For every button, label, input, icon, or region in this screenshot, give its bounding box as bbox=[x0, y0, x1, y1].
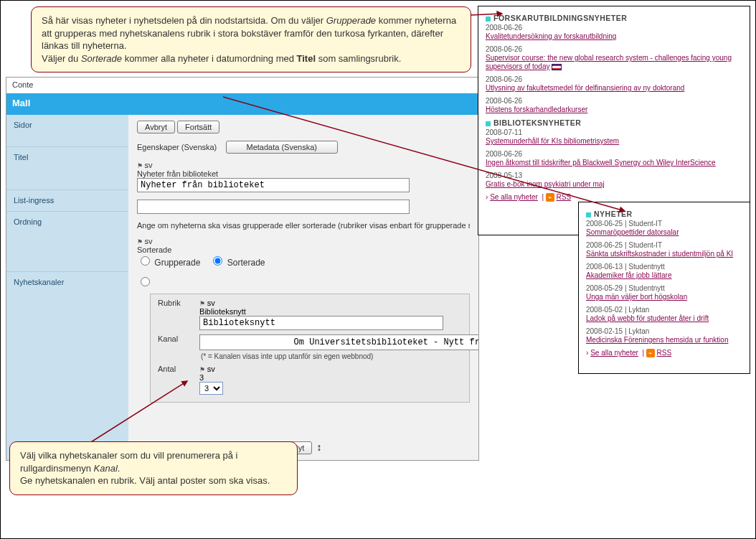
sidebar-item-nyhetskanaler[interactable]: Nyhetskanaler bbox=[6, 271, 128, 292]
cancel-button[interactable]: Avbryt bbox=[137, 121, 175, 133]
lang-flag-icon: ⚑ bbox=[137, 162, 143, 169]
lang-flag-icon: ⚑ bbox=[199, 366, 205, 373]
chevron-icon: › bbox=[586, 349, 588, 357]
antal-label: Antal bbox=[158, 365, 197, 373]
callout-top-text: Så här visas nyheter i nyhetsdelen på di… bbox=[42, 15, 326, 26]
news-sorted-panel: NYHETER 2008-06-25 | Student-ITSommaröpp… bbox=[578, 202, 750, 374]
resize-icon[interactable]: ↕ bbox=[317, 441, 322, 453]
svg-line-2 bbox=[80, 381, 187, 449]
continue-button[interactable]: Fortsätt bbox=[177, 121, 219, 133]
title-label: Nyheter från biblioteket bbox=[137, 169, 218, 178]
sidebar-item-titel[interactable]: Titel bbox=[6, 146, 128, 189]
kanal-select[interactable] bbox=[199, 334, 479, 350]
callout-bottom-em: Kanal bbox=[94, 463, 118, 474]
uk-flag-icon bbox=[552, 64, 562, 70]
news-link[interactable]: Unga män väljer bort högskolan bbox=[586, 293, 687, 301]
news-link[interactable]: Medicinska Föreningens hemsida ur funkti… bbox=[586, 336, 728, 344]
svg-line-0 bbox=[471, 14, 502, 15]
ordering-description: Ange om nyheterna ska visas grupperade e… bbox=[137, 221, 470, 230]
kanal-label: Kanal bbox=[158, 334, 197, 343]
rss-icon[interactable]: ⌁ bbox=[646, 349, 655, 357]
sidebar-item-listingress[interactable]: List-ingress bbox=[6, 189, 128, 211]
channel-box: Rubrik ⚑ sv Biblioteksnytt Kanal (* = Ka… bbox=[150, 294, 470, 403]
radio-sorterade[interactable]: Sorterade bbox=[209, 258, 265, 268]
kanal-footnote: (* = Kanalen visas inte upp utanför sin … bbox=[201, 352, 462, 360]
svg-line-1 bbox=[223, 97, 625, 211]
arrow-to-grouped bbox=[471, 8, 506, 22]
lang-flag-icon: ⚑ bbox=[199, 300, 205, 307]
lang-flag-icon: ⚑ bbox=[137, 238, 143, 245]
sidebar-item-sidor[interactable]: Sidor bbox=[6, 115, 128, 146]
antal-select[interactable]: 3 bbox=[199, 382, 223, 395]
callout-top-em1: Grupperade bbox=[326, 15, 376, 26]
rubrik-text: Biblioteksnytt bbox=[199, 307, 246, 316]
news-link[interactable]: Sommaröppettider datorsalar bbox=[586, 228, 679, 236]
callout-top-bold: Titel bbox=[297, 53, 316, 64]
callout-top: Så här visas nyheter i nyhetsdelen på di… bbox=[31, 6, 471, 72]
news-link[interactable]: Sänkta utskriftskostnader i studentmiljö… bbox=[586, 250, 733, 258]
news-heading-forskar: FORSKARUTBILDNINGSNYHETER bbox=[486, 14, 742, 22]
properties-label: Egenskaper (Svenska) bbox=[137, 143, 217, 151]
callout-top-em2: Sorterade bbox=[81, 53, 122, 64]
news-link[interactable]: Ladok på webb för studenter åter i drift bbox=[586, 314, 709, 322]
news-link[interactable]: Akademiker får jobb lättare bbox=[586, 271, 672, 279]
rss-link[interactable]: RSS bbox=[657, 349, 672, 357]
see-all-link[interactable]: Se alla nyheter bbox=[590, 349, 638, 357]
radio-channel-select[interactable] bbox=[137, 279, 152, 288]
news-link[interactable]: Supervisor course: the new global resear… bbox=[486, 54, 732, 70]
radio-grupperade[interactable]: Grupperade bbox=[137, 258, 200, 268]
news-link[interactable]: Kvalitetundersökning av forskarutbildnin… bbox=[486, 32, 616, 40]
cms-tab[interactable]: Conte bbox=[6, 78, 39, 92]
rubrik-label: Rubrik bbox=[158, 299, 197, 307]
sorterade-label: Sorterade bbox=[137, 245, 171, 254]
antal-text: 3 bbox=[199, 373, 204, 382]
callout-bottom: Välj vilka nyhetskanaler som du vill pre… bbox=[9, 441, 298, 495]
arrow-to-sorted bbox=[223, 85, 632, 222]
rubrik-input[interactable] bbox=[199, 316, 443, 330]
sidebar-item-ordning[interactable]: Ordning bbox=[6, 211, 128, 271]
